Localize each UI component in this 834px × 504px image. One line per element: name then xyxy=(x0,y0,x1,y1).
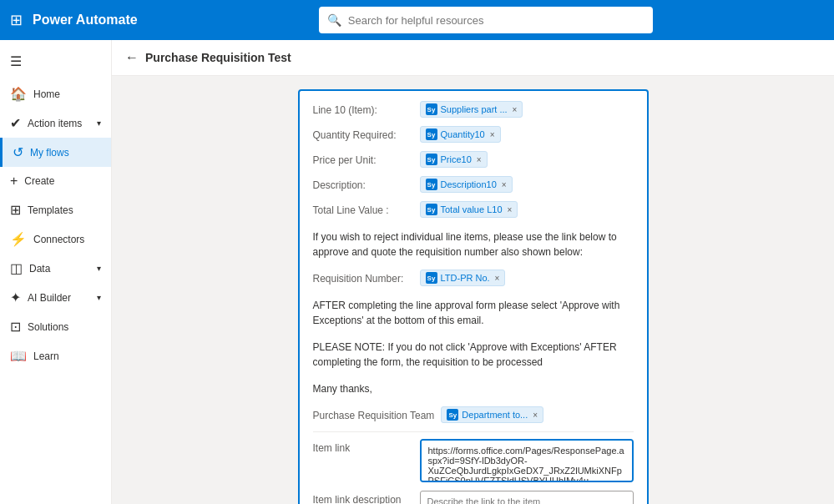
label-description: Description: xyxy=(313,176,413,191)
label-requisition: Requisition Number: xyxy=(313,270,413,285)
sidebar-label-solutions: Solutions xyxy=(28,321,68,333)
sidebar-item-my-flows[interactable]: ↺ My flows xyxy=(0,138,111,167)
value-quantity: Sy Quantity10 × xyxy=(420,126,634,143)
chip-icon-ltd-pr: Sy xyxy=(426,272,437,284)
chip-icon-description: Sy xyxy=(426,179,437,190)
sidebar-item-ai-builder[interactable]: ✦ AI Builder ▾ xyxy=(0,283,111,312)
form-row-line10: Line 10 (Item): Sy Suppliers part ... × xyxy=(313,101,634,118)
sidebar-label-data: Data xyxy=(29,263,50,275)
value-item-link-desc xyxy=(420,491,634,504)
chip-close-suppliers[interactable]: × xyxy=(513,105,518,114)
sidebar-item-home[interactable]: 🏠 Home xyxy=(0,79,111,108)
main-content: ← Purchase Requisition Test Line 10 (Ite… xyxy=(112,40,834,504)
chip-icon-suppliers: Sy xyxy=(426,103,437,115)
form-row-item-link: Item link https://forms.office.com/Pages… xyxy=(313,439,634,482)
sidebar-item-action-items[interactable]: ✔ Action items ▾ xyxy=(0,108,111,138)
chip-close-description[interactable]: × xyxy=(502,180,507,189)
ai-builder-icon: ✦ xyxy=(10,290,21,305)
chip-total-value[interactable]: Sy Total value L10 × xyxy=(420,201,518,218)
divider1 xyxy=(313,431,634,432)
form-row-total: Total Line Value : Sy Total value L10 × xyxy=(313,201,634,218)
chip-description10[interactable]: Sy Description10 × xyxy=(420,176,513,193)
label-purchase-team: Purchase Requisition Team xyxy=(313,406,435,421)
chip-department[interactable]: Sy Department to... × xyxy=(441,406,543,423)
chip-label-price: Price10 xyxy=(441,154,472,164)
chip-label-ltd-pr: LTD-PR No. xyxy=(441,273,490,283)
chip-suppliers-part[interactable]: Sy Suppliers part ... × xyxy=(420,101,523,118)
chip-close-quantity[interactable]: × xyxy=(490,130,495,139)
value-description: Sy Description10 × xyxy=(420,176,634,193)
chip-label-department: Department to... xyxy=(462,410,528,420)
sidebar-label-connectors: Connectors xyxy=(33,234,84,245)
chip-close-price[interactable]: × xyxy=(477,155,482,164)
search-icon: 🔍 xyxy=(327,13,341,27)
text-block-after: AFTER completing the line approval form … xyxy=(313,295,634,331)
chip-icon-price: Sy xyxy=(426,154,437,165)
label-item-link-desc: Item link description xyxy=(313,491,413,504)
data-icon: ◫ xyxy=(10,260,23,276)
chip-price10[interactable]: Sy Price10 × xyxy=(420,151,488,168)
chip-icon-quantity: Sy xyxy=(426,129,437,140)
chip-icon-department: Sy xyxy=(447,409,458,421)
hamburger-button[interactable]: ☰ xyxy=(0,47,111,76)
connectors-icon: ⚡ xyxy=(10,231,27,247)
form-row-item-link-desc: Item link description xyxy=(313,491,634,504)
item-link-desc-input[interactable] xyxy=(420,491,634,504)
form-row-quantity: Quantity Required: Sy Quantity10 × xyxy=(313,126,634,143)
home-icon: 🏠 xyxy=(10,86,27,102)
page-title: Purchase Requisition Test xyxy=(145,51,291,64)
value-line10: Sy Suppliers part ... × xyxy=(420,101,634,118)
chip-close-department[interactable]: × xyxy=(533,411,538,420)
topbar: ⊞ Power Automate 🔍 xyxy=(0,0,834,40)
sidebar-item-learn[interactable]: 📖 Learn xyxy=(0,341,111,370)
my-flows-icon: ↺ xyxy=(13,144,23,160)
back-button[interactable]: ← xyxy=(125,50,139,65)
label-line10: Line 10 (Item): xyxy=(313,101,413,116)
sidebar-label-learn: Learn xyxy=(33,350,59,362)
create-icon: + xyxy=(10,174,18,189)
label-price: Price per Unit: xyxy=(313,151,413,166)
sidebar-label-home: Home xyxy=(33,88,60,100)
chip-label-total: Total value L10 xyxy=(441,204,503,214)
chip-quantity10[interactable]: Sy Quantity10 × xyxy=(420,126,501,143)
sidebar-label-action-items: Action items xyxy=(28,118,82,129)
sidebar-item-create[interactable]: + Create xyxy=(0,167,111,195)
form-row-price: Price per Unit: Sy Price10 × xyxy=(313,151,634,168)
sidebar-item-templates[interactable]: ⊞ Templates xyxy=(0,195,111,224)
action-items-icon: ✔ xyxy=(10,115,21,131)
value-total: Sy Total value L10 × xyxy=(420,201,634,218)
chip-label-suppliers: Suppliers part ... xyxy=(441,104,508,114)
sidebar-label-my-flows: My flows xyxy=(30,147,69,159)
sidebar-label-ai-builder: AI Builder xyxy=(28,292,71,304)
chip-ltd-pr[interactable]: Sy LTD-PR No. × xyxy=(420,270,506,286)
data-chevron-icon: ▾ xyxy=(97,264,101,273)
action-card-wrapper: Line 10 (Item): Sy Suppliers part ... × xyxy=(298,89,649,504)
sidebar-label-create: Create xyxy=(24,175,54,187)
text-block-note: PLEASE NOTE: If you do not click 'Approv… xyxy=(313,336,634,373)
breadcrumb-bar: ← Purchase Requisition Test xyxy=(112,40,834,76)
action-card: Line 10 (Item): Sy Suppliers part ... × xyxy=(298,89,649,504)
templates-icon: ⊞ xyxy=(10,202,21,218)
search-input[interactable] xyxy=(348,14,644,27)
grid-icon[interactable]: ⊞ xyxy=(10,11,23,29)
chip-close-total[interactable]: × xyxy=(508,205,513,214)
chip-close-ltd-pr[interactable]: × xyxy=(495,274,500,283)
learn-icon: 📖 xyxy=(10,348,27,364)
value-requisition: Sy LTD-PR No. × xyxy=(420,270,634,286)
text-block-reject: If you wish to reject individual line it… xyxy=(313,226,634,263)
value-purchase-team: Sy Department to... × xyxy=(441,406,633,423)
sidebar-item-solutions[interactable]: ⊡ Solutions xyxy=(0,312,111,341)
form-row-description: Description: Sy Description10 × xyxy=(313,176,634,193)
form-section: Line 10 (Item): Sy Suppliers part ... × xyxy=(300,91,647,504)
chevron-down-icon: ▾ xyxy=(97,118,101,128)
sidebar-item-connectors[interactable]: ⚡ Connectors xyxy=(0,224,111,254)
search-box: 🔍 xyxy=(319,7,653,33)
sidebar-item-data[interactable]: ◫ Data ▾ xyxy=(0,254,111,283)
ai-chevron-icon: ▾ xyxy=(97,293,101,302)
label-item-link: Item link xyxy=(313,439,413,454)
form-row-purchase-team: Purchase Requisition Team Sy Department … xyxy=(313,406,634,423)
form-row-requisition: Requisition Number: Sy LTD-PR No. × xyxy=(313,270,634,286)
item-link-input[interactable]: https://forms.office.com/Pages/ResponseP… xyxy=(420,439,634,482)
text-block-thanks: Many thanks, xyxy=(313,378,634,400)
value-item-link: https://forms.office.com/Pages/ResponseP… xyxy=(420,439,634,482)
